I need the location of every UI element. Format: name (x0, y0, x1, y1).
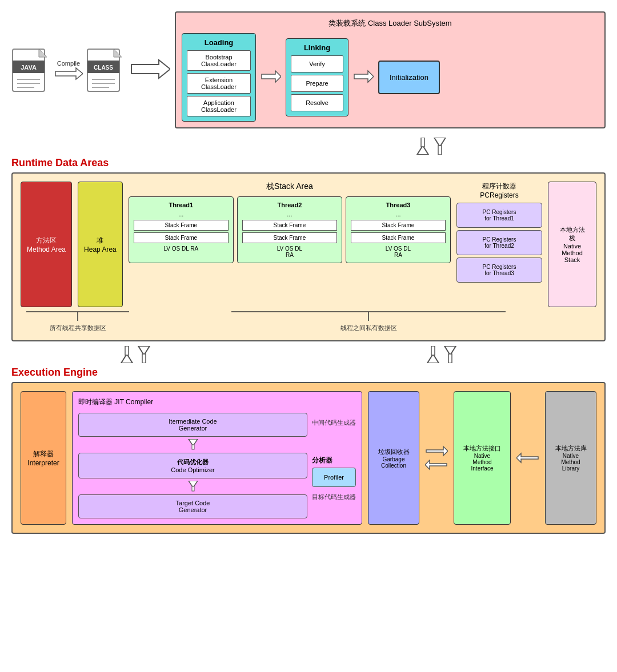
thread2-box: Thread2 ... Stack Frame Stack Frame LV O… (237, 196, 342, 263)
pc-title: 程序计数器PCRegisters (456, 182, 542, 199)
big-right-arrow (130, 59, 170, 81)
jit-step3: Target CodeGenerator (78, 494, 307, 518)
intermediate-label: 中间代码生成器 (312, 419, 356, 427)
native-library-box: 本地方法库 NativeMethodLibrary (545, 391, 596, 525)
svg-marker-16 (262, 71, 281, 82)
runtime-exec-arrows (11, 344, 606, 365)
jit-step1: Itermediate CodeGenerator (78, 413, 307, 437)
pc-thread1: PC Registersfor Thread1 (456, 203, 542, 228)
execution-engine-section: Execution Engine 解释器 Interpreter 即时编译器 J… (11, 367, 606, 534)
gc-box: 垃圾回收器 GarbageCollection (368, 391, 419, 525)
pc-thread3: PC Registersfor Thread3 (456, 257, 542, 283)
top-runtime-arrows (11, 138, 606, 155)
svg-rect-21 (438, 146, 442, 155)
svg-rect-33 (192, 486, 194, 491)
svg-rect-19 (421, 138, 424, 147)
verify-item: Verify (291, 55, 343, 73)
svg-rect-31 (192, 445, 194, 449)
linking-init-arrow (353, 70, 374, 85)
heap-box: 堆 Heap Area (78, 182, 123, 307)
target-label: 目标代码生成器 (312, 493, 356, 501)
jit-title: 即时编译器 JIT Compiler (78, 397, 356, 407)
prepare-item: Prepare (291, 75, 343, 92)
svg-marker-7 (55, 68, 83, 79)
java-file-icon: JAVA (11, 48, 49, 92)
svg-rect-25 (142, 354, 146, 363)
class-loader-box: 类装载系统 Class Loader SubSystem Loading Boo… (175, 11, 606, 128)
svg-marker-35 (425, 460, 447, 469)
class-file-icon: CLASS (86, 48, 123, 92)
interpreter-box: 解释器 Interpreter (21, 391, 66, 525)
loading-title: Loading (187, 38, 251, 47)
pc-thread2: PC Registersfor Thread2 (456, 230, 542, 255)
thread1-box: Thread1 ... Stack Frame Stack Frame LV O… (129, 196, 234, 263)
svg-marker-36 (516, 453, 538, 462)
nmi-nml-arrow (516, 391, 539, 525)
linking-box: Linking Verify Prepare Resolve (286, 38, 348, 116)
gc-nmi-arrows (425, 391, 448, 525)
native-method-stack: 本地方法栈NativeMethodStack (548, 182, 596, 307)
stack-area-title: 栈Stack Area (129, 182, 451, 192)
jit-section: 即时编译器 JIT Compiler Itermediate CodeGener… (72, 391, 362, 525)
thread3-box: Thread3 ... Stack Frame Stack Frame LV O… (346, 196, 451, 263)
runtime-section: Runtime Data Areas 方法区 Method Area 堆 Hea… (11, 157, 606, 341)
method-area-box: 方法区 Method Area (21, 182, 72, 307)
loading-linking-arrow (261, 70, 281, 85)
pc-registers-section: 程序计数器PCRegisters PC Registersfor Thread1… (456, 182, 542, 307)
initialization-box: Initialization (378, 61, 440, 94)
loading-box: Loading BootstrapClassLoader ExtensionCl… (182, 33, 256, 122)
profiler-box: Profiler (312, 468, 356, 487)
svg-rect-27 (431, 346, 435, 355)
extension-loader: ExtensionClassLoader (187, 73, 251, 94)
native-interface-box: 本地方法接口 NativeMethodInterface (454, 391, 511, 525)
runtime-title: Runtime Data Areas (11, 157, 606, 169)
stack-area: 栈Stack Area Thread1 ... Stack Frame Stac… (129, 182, 451, 307)
svg-text:JAVA: JAVA (21, 64, 37, 71)
svg-rect-29 (448, 354, 452, 363)
profiler-label: 分析器 (312, 456, 356, 465)
exec-title: Execution Engine (11, 367, 606, 379)
application-loader: ApplicationClassLoader (187, 96, 251, 116)
bootstrap-loader: BootstrapClassLoader (187, 50, 251, 71)
svg-marker-34 (426, 446, 448, 456)
svg-marker-17 (354, 71, 374, 82)
resolve-item: Resolve (291, 94, 343, 111)
svg-rect-23 (125, 346, 129, 355)
top-section: JAVA Compile CLASS 类装载系统 Class Loa (11, 11, 606, 128)
exec-box: 解释器 Interpreter 即时编译器 JIT Compiler Iterm… (11, 382, 606, 534)
runtime-box: 方法区 Method Area 堆 Heap Area 栈Stack Area … (11, 172, 606, 341)
compile-arrow: Compile (54, 60, 83, 81)
svg-text:CLASS: CLASS (94, 65, 113, 71)
svg-marker-15 (131, 60, 170, 78)
jit-step2: 代码优化器Code Optimizer (78, 453, 307, 478)
class-loader-title: 类装载系统 Class Loader SubSystem (182, 18, 599, 29)
linking-title: Linking (291, 43, 343, 52)
